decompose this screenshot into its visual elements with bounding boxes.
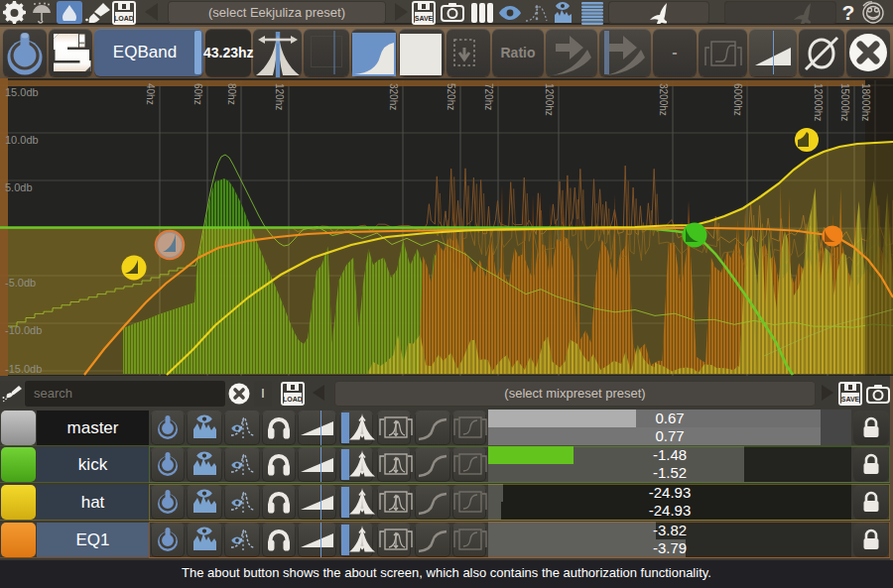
- svg-text:12000hz: 12000hz: [813, 83, 824, 121]
- svg-text:SAVE: SAVE: [841, 396, 860, 403]
- svg-text:520hz: 520hz: [446, 83, 456, 110]
- svg-text:320hz: 320hz: [388, 83, 399, 110]
- svg-text:SAVE: SAVE: [415, 15, 434, 22]
- svg-text:1200hz: 1200hz: [544, 83, 555, 116]
- svg-text:40hz: 40hz: [145, 83, 156, 105]
- svg-text:15.0db: 15.0db: [5, 86, 39, 98]
- svg-text:6000hz: 6000hz: [732, 83, 743, 116]
- svg-text:60hz: 60hz: [192, 83, 203, 105]
- svg-text:18000hz: 18000hz: [860, 83, 871, 121]
- svg-text:720hz: 720hz: [483, 83, 494, 110]
- svg-text:LOAD: LOAD: [283, 396, 303, 403]
- svg-text:-15.0db: -15.0db: [5, 363, 42, 375]
- svg-text:3200hz: 3200hz: [658, 83, 669, 116]
- svg-text:10.0db: 10.0db: [5, 134, 39, 146]
- svg-text:15000hz: 15000hz: [839, 83, 850, 121]
- svg-text:120hz: 120hz: [274, 83, 285, 110]
- svg-text:LOAD: LOAD: [114, 15, 134, 22]
- svg-text:-10.0db: -10.0db: [5, 324, 42, 336]
- svg-text:5.0db: 5.0db: [5, 181, 33, 193]
- svg-text:80hz: 80hz: [226, 83, 237, 105]
- svg-text:-5.0db: -5.0db: [5, 277, 36, 289]
